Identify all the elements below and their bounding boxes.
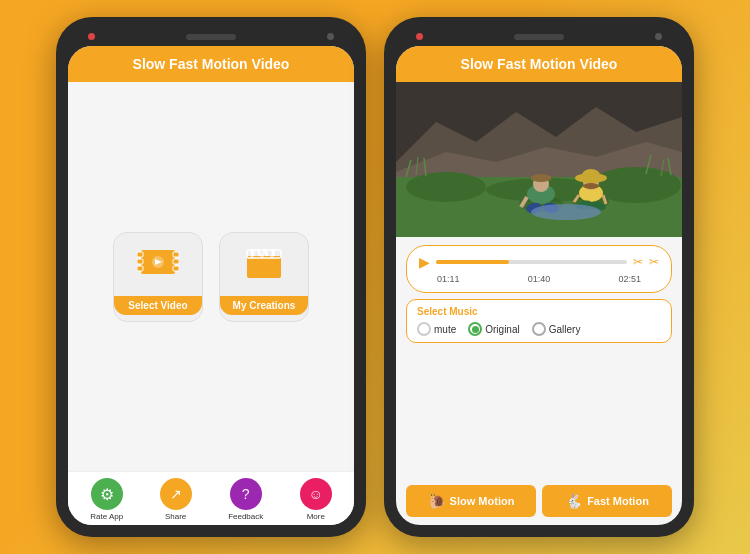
svg-rect-5 xyxy=(173,259,179,264)
app-title-left: Slow Fast Motion Video xyxy=(133,56,290,72)
phone-screen-right: Slow Fast Motion Video xyxy=(396,46,682,525)
app-title-right: Slow Fast Motion Video xyxy=(461,56,618,72)
timeline-bar[interactable] xyxy=(436,260,627,264)
nav-share[interactable]: ↗ Share xyxy=(160,478,192,521)
select-video-label: Select Video xyxy=(114,296,202,315)
fast-motion-button[interactable]: 🐇 Fast Motion xyxy=(542,485,672,517)
app-header-left: Slow Fast Motion Video xyxy=(68,46,354,82)
radio-original xyxy=(468,322,482,336)
nav-feedback[interactable]: ? Feedback xyxy=(228,478,263,521)
phone-left: Slow Fast Motion Video xyxy=(56,17,366,537)
select-video-button[interactable]: Select Video xyxy=(113,232,203,322)
svg-point-46 xyxy=(583,183,599,189)
mute-label: mute xyxy=(434,324,456,335)
radio-gallery xyxy=(532,322,546,336)
more-icon: ☺ xyxy=(300,478,332,510)
phone-camera-right xyxy=(416,33,423,40)
phone-top-bar-left xyxy=(68,29,354,46)
fast-motion-label: Fast Motion xyxy=(587,495,649,507)
more-label: More xyxy=(307,512,325,521)
clap-icon-area xyxy=(220,233,308,292)
slow-motion-button[interactable]: 🐌 Slow Motion xyxy=(406,485,536,517)
music-option-original[interactable]: Original xyxy=(468,322,519,336)
phone-speaker-right xyxy=(514,34,564,40)
music-option-gallery[interactable]: Gallery xyxy=(532,322,581,336)
time-mid: 01:40 xyxy=(528,274,551,284)
svg-point-24 xyxy=(406,172,486,202)
svg-point-45 xyxy=(582,169,600,181)
time-start: 01:11 xyxy=(437,274,460,284)
svg-rect-3 xyxy=(137,266,143,271)
phone-screen-left: Slow Fast Motion Video xyxy=(68,46,354,525)
time-end: 02:51 xyxy=(618,274,641,284)
time-labels: 01:11 01:40 02:51 xyxy=(419,274,659,284)
motion-buttons: 🐌 Slow Motion 🐇 Fast Motion xyxy=(406,485,672,517)
video-preview xyxy=(396,82,682,237)
nav-more[interactable]: ☺ More xyxy=(300,478,332,521)
music-options: mute Original Gallery xyxy=(417,322,661,336)
svg-rect-4 xyxy=(173,252,179,257)
clap-icon xyxy=(243,244,285,280)
controls-area: ▶ ✂ ✂ 01:11 01:40 02:51 Select Music xyxy=(396,237,682,525)
bottom-nav: ⚙ Rate App ↗ Share ? Feedback ☺ M xyxy=(68,471,354,525)
music-option-mute[interactable]: mute xyxy=(417,322,456,336)
timeline-progress xyxy=(436,260,509,264)
gallery-label: Gallery xyxy=(549,324,581,335)
film-icon xyxy=(137,244,179,280)
radio-mute xyxy=(417,322,431,336)
share-label: Share xyxy=(165,512,186,521)
video-scene-svg xyxy=(396,82,682,237)
fast-motion-icon: 🐇 xyxy=(565,493,582,509)
svg-rect-1 xyxy=(137,252,143,257)
play-button[interactable]: ▶ xyxy=(419,254,430,270)
my-creations-button[interactable]: My Creations xyxy=(219,232,309,322)
timeline-box: ▶ ✂ ✂ 01:11 01:40 02:51 xyxy=(406,245,672,293)
scissors-icon-1[interactable]: ✂ xyxy=(633,255,643,269)
share-icon: ↗ xyxy=(160,478,192,510)
slow-motion-label: Slow Motion xyxy=(450,495,515,507)
feedback-label: Feedback xyxy=(228,512,263,521)
phone-camera-left xyxy=(88,33,95,40)
app-header-right: Slow Fast Motion Video xyxy=(396,46,682,82)
nav-rate-app[interactable]: ⚙ Rate App xyxy=(90,478,123,521)
my-creations-label: My Creations xyxy=(220,296,308,315)
radio-original-dot xyxy=(472,326,479,333)
slow-motion-icon: 🐌 xyxy=(428,493,445,509)
original-label: Original xyxy=(485,324,519,335)
svg-rect-2 xyxy=(137,259,143,264)
icon-buttons-row: Select Video xyxy=(113,232,309,322)
svg-point-51 xyxy=(531,204,601,220)
film-icon-area xyxy=(114,233,202,292)
rate-app-label: Rate App xyxy=(90,512,123,521)
svg-rect-6 xyxy=(173,266,179,271)
phone-speaker-left xyxy=(186,34,236,40)
phone-right: Slow Fast Motion Video xyxy=(384,17,694,537)
timeline-row: ▶ ✂ ✂ xyxy=(419,254,659,270)
svg-rect-37 xyxy=(531,176,551,180)
phone-sensor-right xyxy=(655,33,662,40)
phone-top-bar-right xyxy=(396,29,682,46)
scissors-icon-2[interactable]: ✂ xyxy=(649,255,659,269)
phone-sensor-left xyxy=(327,33,334,40)
feedback-icon: ? xyxy=(230,478,262,510)
rate-app-icon: ⚙ xyxy=(91,478,123,510)
phone1-main-content: Select Video xyxy=(68,82,354,471)
music-title: Select Music xyxy=(417,306,661,317)
music-box: Select Music mute Original xyxy=(406,299,672,343)
